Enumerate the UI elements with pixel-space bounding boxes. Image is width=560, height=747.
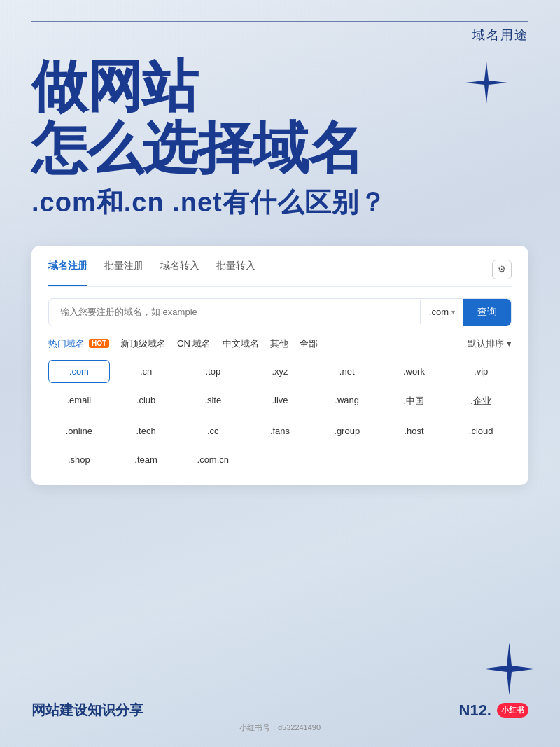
domain-item[interactable]: .xyz bbox=[249, 360, 311, 383]
domain-item[interactable]: .fans bbox=[249, 419, 311, 442]
filter-all[interactable]: 全部 bbox=[300, 337, 318, 350]
chevron-down-icon: ▾ bbox=[507, 338, 512, 349]
domain-item[interactable]: .net bbox=[316, 360, 378, 383]
brand-n12: N12. bbox=[459, 701, 491, 720]
tab-domain-register[interactable]: 域名注册 bbox=[48, 260, 88, 279]
domain-search-input[interactable] bbox=[49, 300, 420, 324]
domain-item[interactable]: .top bbox=[182, 360, 244, 383]
tab-bulk-register[interactable]: 批量注册 bbox=[104, 260, 144, 279]
sort-selector[interactable]: 默认排序 ▾ bbox=[468, 337, 512, 350]
domain-tag: 域名用途 bbox=[472, 27, 528, 43]
domain-item[interactable]: .online bbox=[48, 419, 110, 442]
watermark: 小红书号：d532241490 bbox=[31, 722, 528, 733]
search-bar: .com ▾ 查询 bbox=[48, 298, 512, 326]
sparkle-top-icon bbox=[465, 62, 507, 104]
search-button[interactable]: 查询 bbox=[463, 299, 511, 326]
domain-item[interactable]: .group bbox=[316, 419, 378, 442]
footer: 网站建设知识分享 N12. 小红书 bbox=[31, 692, 528, 720]
domain-item[interactable]: .com bbox=[48, 360, 110, 383]
chevron-down-icon: ▾ bbox=[451, 308, 455, 316]
footer-right: N12. 小红书 bbox=[459, 701, 528, 720]
top-section: 域名用途 bbox=[31, 21, 528, 43]
filter-other[interactable]: 其他 bbox=[270, 337, 288, 350]
tab-navigation: 域名注册 批量注册 域名转入 批量转入 ⚙ bbox=[48, 260, 512, 287]
main-title-line2: 怎么选择域名 bbox=[31, 118, 528, 179]
filter-navigation: 热门域名 HOT 新顶级域名 CN 域名 中文域名 其他 全部 默认排序 ▾ bbox=[48, 337, 512, 350]
filter-chinese-domain[interactable]: 中文域名 bbox=[223, 337, 259, 350]
main-title-line1: 做网站 bbox=[31, 56, 528, 118]
domain-registration-card: 域名注册 批量注册 域名转入 批量转入 ⚙ .com ▾ 查询 热门域名 HOT… bbox=[31, 246, 528, 485]
filter-cn-domain[interactable]: CN 域名 bbox=[177, 337, 211, 350]
domain-item[interactable]: .shop bbox=[48, 448, 110, 471]
domain-item[interactable]: .cc bbox=[182, 419, 244, 442]
domain-item[interactable]: .中国 bbox=[384, 389, 445, 414]
domain-item[interactable]: .tech bbox=[115, 419, 177, 442]
subtitle: .com和.cn .net有什么区别？ bbox=[31, 185, 528, 221]
filter-hot-domains[interactable]: 热门域名 HOT bbox=[48, 337, 109, 350]
footer-left-text: 网站建设知识分享 bbox=[31, 701, 144, 720]
sparkle-bottom-icon bbox=[483, 643, 536, 695]
tab-domain-transfer[interactable]: 域名转入 bbox=[160, 260, 200, 279]
domain-item[interactable]: .work bbox=[384, 360, 445, 383]
filter-new-tld[interactable]: 新顶级域名 bbox=[120, 337, 166, 350]
domain-item[interactable]: .vip bbox=[450, 360, 512, 383]
domain-item[interactable]: .cn bbox=[115, 360, 177, 383]
tab-bulk-transfer[interactable]: 批量转入 bbox=[216, 260, 255, 279]
domain-suffix-selector[interactable]: .com ▾ bbox=[420, 300, 463, 324]
domain-item[interactable]: .企业 bbox=[450, 389, 512, 414]
domain-item[interactable]: .club bbox=[115, 389, 177, 414]
domain-item[interactable]: .email bbox=[48, 389, 110, 414]
domain-item[interactable]: .host bbox=[384, 419, 445, 442]
bottom-area: 网站建设知识分享 N12. 小红书 小红书号：d532241490 bbox=[31, 685, 528, 733]
hot-badge: HOT bbox=[89, 339, 109, 348]
top-line bbox=[31, 21, 528, 22]
domain-item[interactable]: .live bbox=[249, 389, 311, 414]
domain-item[interactable]: .site bbox=[182, 389, 244, 414]
domain-item[interactable]: .com.cn bbox=[182, 448, 244, 471]
domain-item[interactable]: .wang bbox=[316, 389, 378, 414]
main-title-area: 做网站 怎么选择域名 .com和.cn .net有什么区别？ bbox=[31, 56, 528, 221]
domain-item[interactable]: .cloud bbox=[450, 419, 512, 442]
domain-grid: .com.cn.top.xyz.net.work.vip.email.club.… bbox=[48, 360, 512, 471]
settings-icon[interactable]: ⚙ bbox=[492, 260, 512, 279]
domain-item[interactable]: .team bbox=[115, 448, 177, 471]
xiaohongshu-badge: 小红书 bbox=[497, 703, 528, 718]
